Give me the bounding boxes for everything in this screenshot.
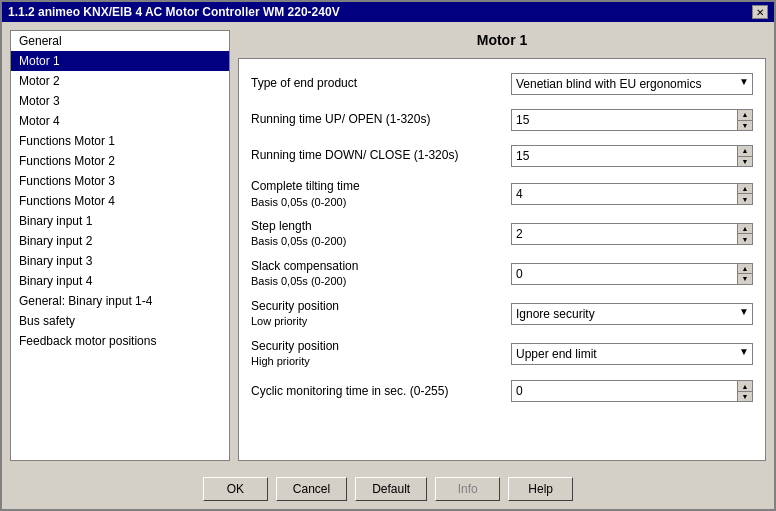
spin-down-running_down[interactable]: ▼ <box>738 157 752 167</box>
main-content: GeneralMotor 1Motor 2Motor 3Motor 4Funct… <box>2 22 774 469</box>
spin-up-cyclic_monitoring[interactable]: ▲ <box>738 381 752 392</box>
info-button[interactable]: Info <box>435 477 500 501</box>
form-label-tilting_time: Complete tilting timeBasis 0,05s (0-200) <box>251 179 511 209</box>
form-row-running_down: Running time DOWN/ CLOSE (1-320s)▲▼ <box>251 143 753 169</box>
spin-down-cyclic_monitoring[interactable]: ▼ <box>738 392 752 402</box>
spin-up-step_length[interactable]: ▲ <box>738 224 752 235</box>
form-label-step_length: Step lengthBasis 0,05s (0-200) <box>251 219 511 249</box>
form-row-tilting_time: Complete tilting timeBasis 0,05s (0-200)… <box>251 179 753 209</box>
form-control-security_low: Ignore securityUpper end limitLower end … <box>511 303 753 325</box>
spin-down-running_up[interactable]: ▼ <box>738 121 752 131</box>
form-control-security_high: Ignore securityUpper end limitLower end … <box>511 343 753 365</box>
sidebar-item-9[interactable]: Binary input 1 <box>11 211 229 231</box>
form-row-running_up: Running time UP/ OPEN (1-320s)▲▼ <box>251 107 753 133</box>
number-wrapper-step_length: ▲▼ <box>511 223 753 245</box>
footer: OK Cancel Default Info Help <box>2 469 774 509</box>
form-label-running_down: Running time DOWN/ CLOSE (1-320s) <box>251 148 511 164</box>
sidebar-item-3[interactable]: Motor 3 <box>11 91 229 111</box>
form-row-cyclic_monitoring: Cyclic monitoring time in sec. (0-255)▲▼ <box>251 378 753 404</box>
spin-buttons-step_length: ▲▼ <box>737 223 753 245</box>
spin-buttons-running_down: ▲▼ <box>737 145 753 167</box>
spin-up-running_up[interactable]: ▲ <box>738 110 752 121</box>
spin-up-running_down[interactable]: ▲ <box>738 146 752 157</box>
title-bar: 1.1.2 animeo KNX/EIB 4 AC Motor Controll… <box>2 2 774 22</box>
sidebar-item-7[interactable]: Functions Motor 3 <box>11 171 229 191</box>
input-tilting_time[interactable] <box>511 183 737 205</box>
cancel-button[interactable]: Cancel <box>276 477 347 501</box>
sidebar-item-15[interactable]: Feedback motor positions <box>11 331 229 351</box>
spin-up-tilting_time[interactable]: ▲ <box>738 184 752 195</box>
number-wrapper-running_up: ▲▼ <box>511 109 753 131</box>
sidebar-item-5[interactable]: Functions Motor 1 <box>11 131 229 151</box>
input-running_up[interactable] <box>511 109 737 131</box>
spin-down-slack_comp[interactable]: ▼ <box>738 274 752 284</box>
sidebar-item-8[interactable]: Functions Motor 4 <box>11 191 229 211</box>
spin-buttons-running_up: ▲▼ <box>737 109 753 131</box>
form-row-security_high: Security positionHigh priorityIgnore sec… <box>251 339 753 369</box>
sidebar-item-2[interactable]: Motor 2 <box>11 71 229 91</box>
form-area: Type of end productVenetian blind with E… <box>238 58 766 461</box>
number-wrapper-tilting_time: ▲▼ <box>511 183 753 205</box>
sidebar-item-10[interactable]: Binary input 2 <box>11 231 229 251</box>
input-step_length[interactable] <box>511 223 737 245</box>
spin-buttons-slack_comp: ▲▼ <box>737 263 753 285</box>
sidebar-item-6[interactable]: Functions Motor 2 <box>11 151 229 171</box>
number-wrapper-cyclic_monitoring: ▲▼ <box>511 380 753 402</box>
panel-title: Motor 1 <box>238 30 766 50</box>
form-control-running_up: ▲▼ <box>511 109 753 131</box>
form-label-slack_comp: Slack compensationBasis 0,05s (0-200) <box>251 259 511 289</box>
input-slack_comp[interactable] <box>511 263 737 285</box>
sidebar-item-12[interactable]: Binary input 4 <box>11 271 229 291</box>
form-control-running_down: ▲▼ <box>511 145 753 167</box>
form-label-security_low: Security positionLow priority <box>251 299 511 329</box>
form-label-running_up: Running time UP/ OPEN (1-320s) <box>251 112 511 128</box>
form-label-end_product: Type of end product <box>251 76 511 92</box>
form-control-step_length: ▲▼ <box>511 223 753 245</box>
sidebar-item-0[interactable]: General <box>11 31 229 51</box>
ok-button[interactable]: OK <box>203 477 268 501</box>
form-control-slack_comp: ▲▼ <box>511 263 753 285</box>
select-end_product[interactable]: Venetian blind with EU ergonomicsRoller … <box>511 73 753 95</box>
select-wrapper-security_low: Ignore securityUpper end limitLower end … <box>511 303 753 325</box>
form-label-security_high: Security positionHigh priority <box>251 339 511 369</box>
right-panel: Motor 1 Type of end productVenetian blin… <box>238 30 766 461</box>
form-control-cyclic_monitoring: ▲▼ <box>511 380 753 402</box>
input-cyclic_monitoring[interactable] <box>511 380 737 402</box>
form-row-security_low: Security positionLow priorityIgnore secu… <box>251 299 753 329</box>
spin-down-tilting_time[interactable]: ▼ <box>738 194 752 204</box>
main-window: 1.1.2 animeo KNX/EIB 4 AC Motor Controll… <box>0 0 776 511</box>
default-button[interactable]: Default <box>355 477 427 501</box>
form-control-tilting_time: ▲▼ <box>511 183 753 205</box>
number-wrapper-slack_comp: ▲▼ <box>511 263 753 285</box>
sidebar-item-4[interactable]: Motor 4 <box>11 111 229 131</box>
form-row-slack_comp: Slack compensationBasis 0,05s (0-200)▲▼ <box>251 259 753 289</box>
select-wrapper-security_high: Ignore securityUpper end limitLower end … <box>511 343 753 365</box>
close-button[interactable]: ✕ <box>752 5 768 19</box>
sidebar-item-1[interactable]: Motor 1 <box>11 51 229 71</box>
help-button[interactable]: Help <box>508 477 573 501</box>
select-security_low[interactable]: Ignore securityUpper end limitLower end … <box>511 303 753 325</box>
spin-buttons-tilting_time: ▲▼ <box>737 183 753 205</box>
sidebar-item-11[interactable]: Binary input 3 <box>11 251 229 271</box>
sidebar-item-13[interactable]: General: Binary input 1-4 <box>11 291 229 311</box>
form-row-step_length: Step lengthBasis 0,05s (0-200)▲▼ <box>251 219 753 249</box>
form-label-cyclic_monitoring: Cyclic monitoring time in sec. (0-255) <box>251 384 511 400</box>
spin-up-slack_comp[interactable]: ▲ <box>738 264 752 275</box>
spin-down-step_length[interactable]: ▼ <box>738 234 752 244</box>
spin-buttons-cyclic_monitoring: ▲▼ <box>737 380 753 402</box>
select-wrapper-end_product: Venetian blind with EU ergonomicsRoller … <box>511 73 753 95</box>
sidebar: GeneralMotor 1Motor 2Motor 3Motor 4Funct… <box>10 30 230 461</box>
sidebar-item-14[interactable]: Bus safety <box>11 311 229 331</box>
form-control-end_product: Venetian blind with EU ergonomicsRoller … <box>511 73 753 95</box>
form-row-end_product: Type of end productVenetian blind with E… <box>251 71 753 97</box>
input-running_down[interactable] <box>511 145 737 167</box>
select-security_high[interactable]: Ignore securityUpper end limitLower end … <box>511 343 753 365</box>
number-wrapper-running_down: ▲▼ <box>511 145 753 167</box>
window-title: 1.1.2 animeo KNX/EIB 4 AC Motor Controll… <box>8 5 340 19</box>
